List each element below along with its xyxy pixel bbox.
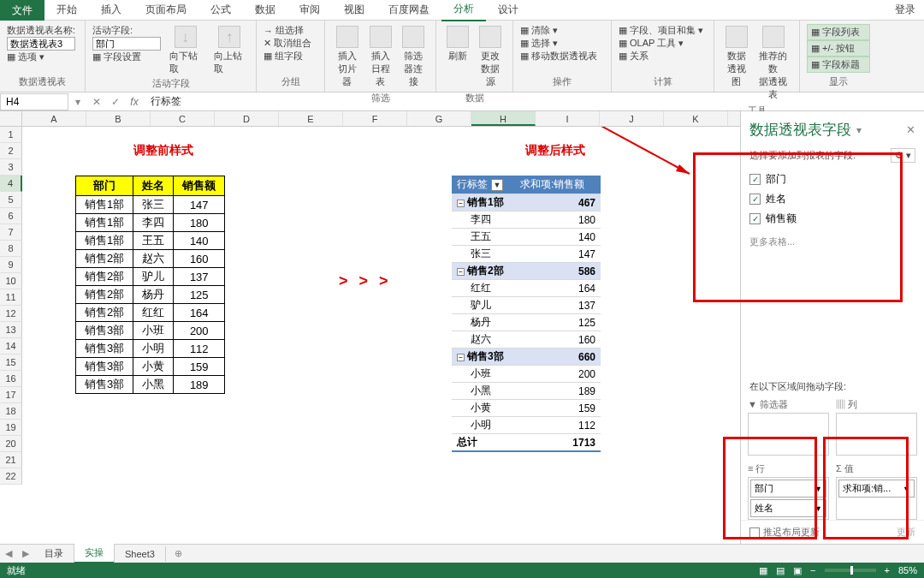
col-J[interactable]: J xyxy=(600,111,664,126)
col-K[interactable]: K xyxy=(664,111,728,126)
row-zone-item[interactable]: 姓名▼ xyxy=(750,499,826,517)
pivot-group-row[interactable]: −销售2部586 xyxy=(452,263,601,280)
drill-up-button[interactable]: ↑向上钻取 xyxy=(210,24,250,75)
values-drop-zone[interactable]: 求和项:销...▼ xyxy=(836,477,917,520)
pivot-row-header[interactable]: 行标签▼ xyxy=(452,176,515,194)
field-item[interactable]: ✓销售额 xyxy=(749,209,915,229)
zoom-in-button[interactable]: + xyxy=(885,565,890,575)
sheet-tab-practice[interactable]: 实操 xyxy=(74,544,115,563)
ungroup-button[interactable]: ✕ 取消组合 xyxy=(264,37,317,50)
group-selection-button[interactable]: → 组选择 xyxy=(264,24,317,37)
field-settings-button[interactable]: ▦ 字段设置 xyxy=(92,51,161,63)
sheet-tab-index[interactable]: 目录 xyxy=(34,545,74,563)
zoom-out-button[interactable]: − xyxy=(810,565,815,575)
pivot-item-row[interactable]: 小黑189 xyxy=(452,383,601,400)
row-7[interactable]: 7 xyxy=(0,224,22,241)
chevron-down-icon[interactable]: ▼ xyxy=(491,179,503,191)
pivot-item-row[interactable]: 张三147 xyxy=(452,246,601,263)
col-B[interactable]: B xyxy=(86,111,151,126)
zoom-slider[interactable] xyxy=(825,569,876,572)
move-pivot-button[interactable]: ▦ 移动数据透视表 xyxy=(520,50,604,63)
columns-drop-zone[interactable] xyxy=(836,413,917,456)
pivot-item-row[interactable]: 小班200 xyxy=(452,366,601,383)
formula-value[interactable]: 行标签 xyxy=(144,94,181,109)
checkbox-icon[interactable]: ✓ xyxy=(749,213,761,224)
pivot-item-row[interactable]: 赵六160 xyxy=(452,331,601,349)
row-8[interactable]: 8 xyxy=(0,241,22,257)
dropdown-icon[interactable]: ▾ xyxy=(68,96,87,108)
group-field-button[interactable]: ▦ 组字段 xyxy=(264,50,317,63)
tab-analyze[interactable]: 分析 xyxy=(441,0,486,21)
fx-icon[interactable]: fx xyxy=(125,96,144,108)
active-field-input[interactable] xyxy=(92,37,161,51)
change-source-button[interactable]: 更改 数据源 xyxy=(475,24,506,90)
col-D[interactable]: D xyxy=(215,111,279,126)
pivot-table[interactable]: 行标签▼求和项:销售额−销售1部467李四180王五140张三147−销售2部5… xyxy=(452,176,601,452)
col-H[interactable]: H xyxy=(471,111,536,126)
row-3[interactable]: 3 xyxy=(0,159,22,176)
col-E[interactable]: E xyxy=(279,111,343,126)
login-link[interactable]: 登录 xyxy=(886,0,924,21)
pivot-item-row[interactable]: 李四180 xyxy=(452,212,601,229)
recommended-pivot-button[interactable]: 推荐的数 据透视表 xyxy=(754,24,792,103)
filter-connections-button[interactable]: 筛选 器连接 xyxy=(398,24,429,90)
pivot-group-row[interactable]: −销售1部467 xyxy=(452,194,601,212)
tab-baidu[interactable]: 百度网盘 xyxy=(376,0,441,21)
row-13[interactable]: 13 xyxy=(0,322,22,338)
sheet-tab-sheet3[interactable]: Sheet3 xyxy=(115,546,166,562)
col-F[interactable]: F xyxy=(343,111,407,126)
field-list-toggle[interactable]: ▦ 字段列表 xyxy=(807,24,870,40)
tab-file[interactable]: 文件 xyxy=(0,0,44,21)
chevron-down-icon[interactable]: ▼ xyxy=(814,485,822,493)
row-15[interactable]: 15 xyxy=(0,355,22,371)
checkbox-icon[interactable]: ✓ xyxy=(749,194,761,205)
row-1[interactable]: 1 xyxy=(0,127,22,143)
row-19[interactable]: 19 xyxy=(0,420,22,436)
tab-nav-next[interactable]: ▶ xyxy=(17,548,34,559)
drill-down-button[interactable]: ↓向下钻取 xyxy=(166,24,205,75)
clear-button[interactable]: ▦ 清除 ▾ xyxy=(520,24,604,37)
select-all-corner[interactable] xyxy=(0,111,22,126)
options-button[interactable]: ▦ 选项 ▾ xyxy=(7,51,78,63)
row-12[interactable]: 12 xyxy=(0,306,22,322)
row-2[interactable]: 2 xyxy=(0,143,22,159)
cell-grid[interactable]: 调整前样式 调整后样式 > > > 部门姓名销售额销售1部张三147销售1部李四… xyxy=(22,127,740,544)
col-G[interactable]: G xyxy=(407,111,471,126)
value-zone-item[interactable]: 求和项:销...▼ xyxy=(838,480,915,498)
add-sheet-button[interactable]: ⊕ xyxy=(166,548,191,559)
row-9[interactable]: 9 xyxy=(0,257,22,273)
field-item[interactable]: ✓姓名 xyxy=(749,189,915,209)
filters-drop-zone[interactable] xyxy=(748,413,829,456)
collapse-icon[interactable]: − xyxy=(457,268,465,276)
tab-formula[interactable]: 公式 xyxy=(198,0,243,21)
row-22[interactable]: 22 xyxy=(0,468,22,485)
tab-design[interactable]: 设计 xyxy=(486,0,530,21)
row-11[interactable]: 11 xyxy=(0,289,22,306)
plusminus-toggle[interactable]: ▦ +/- 按钮 xyxy=(807,40,870,57)
relations-button[interactable]: ▦ 关系 xyxy=(619,50,707,63)
col-I[interactable]: I xyxy=(536,111,600,126)
col-C[interactable]: C xyxy=(151,111,215,126)
row-21[interactable]: 21 xyxy=(0,452,22,468)
pivot-name-input[interactable] xyxy=(7,37,75,51)
name-box[interactable]: H4 xyxy=(0,93,68,110)
row-4[interactable]: 4 xyxy=(0,176,22,192)
pivot-item-row[interactable]: 驴儿137 xyxy=(452,297,601,314)
pivot-item-row[interactable]: 王五140 xyxy=(452,229,601,246)
tab-view[interactable]: 视图 xyxy=(332,0,376,21)
row-16[interactable]: 16 xyxy=(0,371,22,387)
pivot-item-row[interactable]: 杨丹125 xyxy=(452,314,601,331)
pivot-item-row[interactable]: 小明112 xyxy=(452,417,601,434)
select-button[interactable]: ▦ 选择 ▾ xyxy=(520,37,604,50)
tab-insert[interactable]: 插入 xyxy=(89,0,133,21)
pivot-item-row[interactable]: 红红164 xyxy=(452,280,601,297)
update-button[interactable]: 更新 xyxy=(897,526,915,539)
olap-button[interactable]: ▦ OLAP 工具 ▾ xyxy=(619,37,707,50)
defer-checkbox[interactable] xyxy=(749,527,760,538)
collapse-icon[interactable]: − xyxy=(457,354,465,361)
field-item[interactable]: ✓部门 xyxy=(749,170,915,189)
row-5[interactable]: 5 xyxy=(0,192,22,208)
view-break-icon[interactable]: ▣ xyxy=(793,565,802,576)
pivot-chart-button[interactable]: 数据 透视图 xyxy=(721,24,751,103)
view-normal-icon[interactable]: ▦ xyxy=(759,565,767,576)
